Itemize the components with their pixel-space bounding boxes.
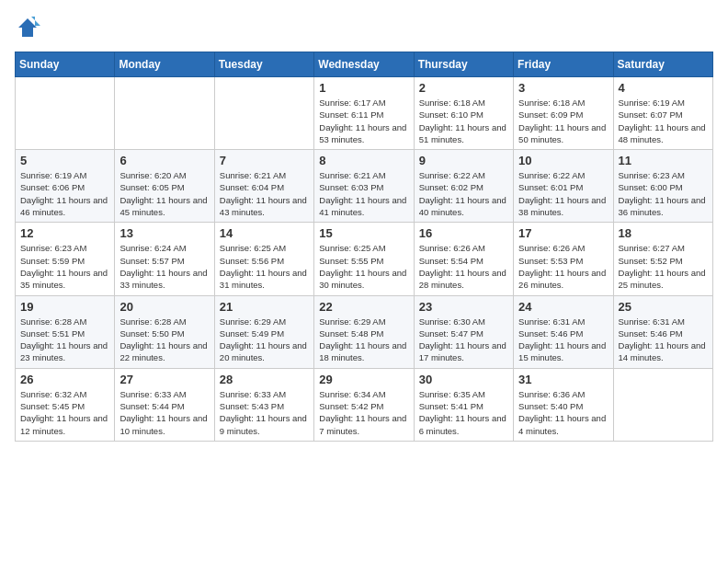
day-number: 3	[518, 81, 608, 95]
day-cell: 17Sunrise: 6:26 AMSunset: 5:53 PMDayligh…	[514, 223, 613, 295]
logo-icon	[15, 15, 40, 40]
logo	[15, 15, 44, 40]
day-number: 11	[619, 154, 708, 167]
day-info: Sunrise: 6:30 AMSunset: 5:47 PMDaylight:…	[419, 316, 508, 364]
day-info: Sunrise: 6:19 AMSunset: 6:06 PMDaylight:…	[20, 169, 109, 218]
day-info: Sunrise: 6:26 AMSunset: 5:53 PMDaylight:…	[518, 242, 608, 291]
day-info: Sunrise: 6:28 AMSunset: 5:50 PMDaylight:…	[119, 316, 209, 364]
day-cell: 2Sunrise: 6:18 AMSunset: 6:10 PMDaylight…	[414, 77, 513, 150]
day-info: Sunrise: 6:23 AMSunset: 6:00 PMDaylight:…	[619, 169, 708, 218]
day-number: 24	[518, 300, 608, 314]
day-info: Sunrise: 6:22 AMSunset: 6:01 PMDaylight:…	[518, 169, 608, 218]
weekday-header-saturday: Saturday	[613, 52, 712, 77]
day-info: Sunrise: 6:31 AMSunset: 5:46 PMDaylight:…	[518, 316, 608, 364]
day-info: Sunrise: 6:36 AMSunset: 5:40 PMDaylight:…	[518, 388, 608, 437]
day-cell: 10Sunrise: 6:22 AMSunset: 6:01 PMDayligh…	[514, 150, 613, 223]
day-info: Sunrise: 6:25 AMSunset: 5:55 PMDaylight:…	[319, 242, 408, 291]
day-number: 1	[319, 81, 408, 95]
calendar: SundayMondayTuesdayWednesdayThursdayFrid…	[15, 52, 713, 442]
day-number: 27	[119, 373, 209, 386]
day-cell: 31Sunrise: 6:36 AMSunset: 5:40 PMDayligh…	[514, 368, 613, 441]
day-number: 7	[220, 154, 309, 167]
day-info: Sunrise: 6:31 AMSunset: 5:46 PMDaylight:…	[619, 316, 708, 364]
day-cell: 5Sunrise: 6:19 AMSunset: 6:06 PMDaylight…	[16, 150, 115, 223]
week-row-4: 19Sunrise: 6:28 AMSunset: 5:51 PMDayligh…	[16, 295, 713, 368]
day-info: Sunrise: 6:29 AMSunset: 5:49 PMDaylight:…	[220, 316, 309, 364]
day-info: Sunrise: 6:29 AMSunset: 5:48 PMDaylight:…	[319, 316, 408, 364]
day-cell: 7Sunrise: 6:21 AMSunset: 6:04 PMDaylight…	[214, 150, 313, 223]
day-info: Sunrise: 6:20 AMSunset: 6:05 PMDaylight:…	[119, 169, 209, 218]
day-cell: 9Sunrise: 6:22 AMSunset: 6:02 PMDaylight…	[414, 150, 513, 223]
day-info: Sunrise: 6:18 AMSunset: 6:09 PMDaylight:…	[518, 97, 608, 145]
day-number: 16	[419, 226, 508, 240]
weekday-header-row: SundayMondayTuesdayWednesdayThursdayFrid…	[16, 52, 713, 77]
day-cell: 6Sunrise: 6:20 AMSunset: 6:05 PMDaylight…	[115, 150, 214, 223]
day-info: Sunrise: 6:17 AMSunset: 6:11 PMDaylight:…	[319, 97, 408, 145]
day-number: 2	[419, 81, 508, 95]
day-cell: 1Sunrise: 6:17 AMSunset: 6:11 PMDaylight…	[314, 77, 414, 150]
day-number: 25	[619, 300, 708, 314]
day-cell: 30Sunrise: 6:35 AMSunset: 5:41 PMDayligh…	[414, 368, 513, 441]
day-number: 6	[119, 154, 209, 167]
day-number: 19	[20, 300, 109, 314]
week-row-5: 26Sunrise: 6:32 AMSunset: 5:45 PMDayligh…	[16, 368, 713, 441]
day-cell: 8Sunrise: 6:21 AMSunset: 6:03 PMDaylight…	[314, 150, 414, 223]
day-number: 29	[319, 373, 408, 386]
day-number: 21	[220, 300, 309, 314]
weekday-header-tuesday: Tuesday	[214, 52, 313, 77]
day-number: 9	[419, 154, 508, 167]
weekday-header-thursday: Thursday	[414, 52, 513, 77]
day-cell: 16Sunrise: 6:26 AMSunset: 5:54 PMDayligh…	[414, 223, 513, 295]
day-info: Sunrise: 6:18 AMSunset: 6:10 PMDaylight:…	[419, 97, 508, 145]
day-cell: 3Sunrise: 6:18 AMSunset: 6:09 PMDaylight…	[514, 77, 613, 150]
day-cell: 24Sunrise: 6:31 AMSunset: 5:46 PMDayligh…	[514, 295, 613, 368]
day-number: 12	[20, 226, 109, 240]
day-cell: 11Sunrise: 6:23 AMSunset: 6:00 PMDayligh…	[613, 150, 712, 223]
day-number: 8	[319, 154, 408, 167]
day-info: Sunrise: 6:27 AMSunset: 5:52 PMDaylight:…	[619, 242, 708, 291]
day-cell: 15Sunrise: 6:25 AMSunset: 5:55 PMDayligh…	[314, 223, 414, 295]
day-info: Sunrise: 6:33 AMSunset: 5:43 PMDaylight:…	[220, 388, 309, 437]
page-header	[15, 15, 713, 40]
day-number: 31	[518, 373, 608, 386]
day-info: Sunrise: 6:23 AMSunset: 5:59 PMDaylight:…	[20, 242, 109, 291]
day-number: 22	[319, 300, 408, 314]
day-number: 23	[419, 300, 508, 314]
day-cell: 26Sunrise: 6:32 AMSunset: 5:45 PMDayligh…	[16, 368, 115, 441]
day-cell: 25Sunrise: 6:31 AMSunset: 5:46 PMDayligh…	[613, 295, 712, 368]
day-number: 13	[119, 226, 209, 240]
day-cell: 4Sunrise: 6:19 AMSunset: 6:07 PMDaylight…	[613, 77, 712, 150]
day-info: Sunrise: 6:34 AMSunset: 5:42 PMDaylight:…	[319, 388, 408, 437]
day-cell: 12Sunrise: 6:23 AMSunset: 5:59 PMDayligh…	[16, 223, 115, 295]
day-info: Sunrise: 6:21 AMSunset: 6:04 PMDaylight:…	[220, 169, 309, 218]
day-number: 18	[619, 226, 708, 240]
day-cell: 22Sunrise: 6:29 AMSunset: 5:48 PMDayligh…	[314, 295, 414, 368]
day-number: 5	[20, 154, 109, 167]
day-cell	[214, 77, 313, 150]
day-info: Sunrise: 6:25 AMSunset: 5:56 PMDaylight:…	[220, 242, 309, 291]
weekday-header-friday: Friday	[514, 52, 613, 77]
day-info: Sunrise: 6:35 AMSunset: 5:41 PMDaylight:…	[419, 388, 508, 437]
day-number: 28	[220, 373, 309, 386]
day-cell	[16, 77, 115, 150]
weekday-header-monday: Monday	[115, 52, 214, 77]
day-cell: 18Sunrise: 6:27 AMSunset: 5:52 PMDayligh…	[613, 223, 712, 295]
day-info: Sunrise: 6:24 AMSunset: 5:57 PMDaylight:…	[119, 242, 209, 291]
weekday-header-wednesday: Wednesday	[314, 52, 414, 77]
day-cell: 20Sunrise: 6:28 AMSunset: 5:50 PMDayligh…	[115, 295, 214, 368]
day-number: 4	[619, 81, 708, 95]
day-cell	[115, 77, 214, 150]
day-number: 14	[220, 226, 309, 240]
day-info: Sunrise: 6:21 AMSunset: 6:03 PMDaylight:…	[319, 169, 408, 218]
day-info: Sunrise: 6:33 AMSunset: 5:44 PMDaylight:…	[119, 388, 209, 437]
day-number: 17	[518, 226, 608, 240]
day-number: 10	[518, 154, 608, 167]
day-number: 30	[419, 373, 508, 386]
day-cell: 23Sunrise: 6:30 AMSunset: 5:47 PMDayligh…	[414, 295, 513, 368]
day-info: Sunrise: 6:22 AMSunset: 6:02 PMDaylight:…	[419, 169, 508, 218]
weekday-header-sunday: Sunday	[16, 52, 115, 77]
day-cell: 27Sunrise: 6:33 AMSunset: 5:44 PMDayligh…	[115, 368, 214, 441]
day-cell	[613, 368, 712, 441]
day-cell: 13Sunrise: 6:24 AMSunset: 5:57 PMDayligh…	[115, 223, 214, 295]
day-number: 20	[119, 300, 209, 314]
